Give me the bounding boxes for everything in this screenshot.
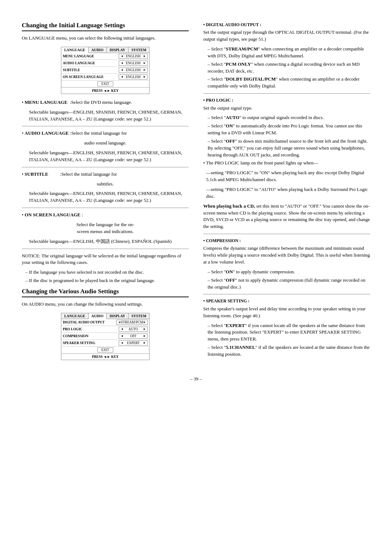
lang-footer: PRESS ◄► KEY: [61, 87, 149, 94]
audio-row-prologic: PRO LOGIC ◄ AUTO ►: [61, 326, 149, 333]
lang-row-subtitle: SUBTITLE ◄ ENGLISH ►: [61, 67, 149, 74]
section-speaker-setting: SPEAKER SETTING : Set the speaker's outp…: [203, 298, 370, 358]
audio-menu-table: LANGUAGE AUDIO DISPLAY SYSTEM DIGITAL AU…: [61, 313, 150, 360]
divider2: [22, 167, 189, 167]
section1-intro: On LANGUAGE menu, you can select the fol…: [22, 35, 189, 42]
divider4: [22, 249, 189, 249]
section-compression: COMPRESSION : Compress the dynamic range…: [203, 238, 370, 290]
tab-display: DISPLAY: [107, 47, 128, 53]
divider3: [22, 208, 189, 208]
lang-exit-row: EXIT: [61, 81, 149, 87]
audio-row-compression: COMPRESSION ◄ OFF ►: [61, 333, 149, 340]
compression-heading: COMPRESSION :: [203, 238, 370, 244]
bullet-audio-language: • AUDIO LANGUAGE :Select the initial lan…: [22, 130, 189, 163]
lang-row-audio: AUDIO LANGUAGE ◄ ENGLISH ►: [61, 60, 149, 67]
audio-menu-tabs: LANGUAGE AUDIO DISPLAY SYSTEM: [61, 313, 149, 319]
bullet-subtitle: • SUBTITLE :Select the initial language …: [22, 171, 189, 204]
audio-tab-audio: AUDIO: [89, 313, 107, 319]
audio-tab-system: SYSTEM: [128, 313, 149, 319]
audio-exit-button: EXIT: [97, 347, 113, 352]
section2-intro: On AUDIO menu, you can change the follow…: [22, 301, 189, 308]
left-column: Changing the Initial Language Settings O…: [22, 22, 189, 365]
audio-row-digital: DIGITAL AUDIO OUTPUT ◄ STREAM/PCM ►: [61, 319, 149, 326]
section-pro-logic: PRO LOGIC : Set the output signal type. …: [203, 97, 370, 230]
audio-menu-wrapper: LANGUAGE AUDIO DISPLAY SYSTEM DIGITAL AU…: [22, 313, 189, 360]
exit-button: EXIT: [97, 81, 113, 86]
section1-title: Changing the Initial Language Settings: [22, 22, 189, 31]
bullet-onscreen-language: • ON SCREEN LANGUAGE : Select the langua…: [22, 212, 189, 245]
notice-section: NOTICE: The original language will be se…: [22, 253, 189, 284]
right-divider2: [203, 234, 370, 234]
speaker-setting-heading: SPEAKER SETTING :: [203, 298, 370, 304]
lang-row-onscreen: ON SCREEN LANGUAGE ◄ ENGLISH ►: [61, 74, 149, 81]
section-digital-audio: DIGITAL AUDIO OUTPUT : Set the output si…: [203, 22, 370, 90]
audio-tab-language: LANGUAGE: [61, 313, 89, 319]
right-column: DIGITAL AUDIO OUTPUT : Set the output si…: [203, 22, 370, 365]
right-divider3: [203, 294, 370, 294]
tab-audio: AUDIO: [89, 47, 107, 53]
audio-row-speaker: SPEAKER SETTING ◄ EXPERT ►: [61, 340, 149, 347]
tab-system: SYSTEM: [128, 47, 149, 53]
right-divider1: [203, 93, 370, 94]
section2-title: Changing the Various Audio Settings: [22, 288, 189, 297]
audio-tab-display: DISPLAY: [107, 313, 128, 319]
tab-language: LANGUAGE: [61, 47, 89, 53]
language-menu-tabs: LANGUAGE AUDIO DISPLAY SYSTEM: [61, 47, 149, 53]
audio-exit-row: EXIT: [61, 347, 149, 354]
language-menu-wrapper: LANGUAGE AUDIO DISPLAY SYSTEM MENU LANGU…: [22, 47, 189, 94]
language-menu-table: LANGUAGE AUDIO DISPLAY SYSTEM MENU LANGU…: [61, 47, 150, 94]
lang-row-menu: MENU LANGUAGE ◄ ENGLISH ►: [61, 53, 149, 60]
bullet-menu-language: • MENU LANGUAGE :Select the DVD menu lan…: [22, 99, 189, 123]
arrow-right: ►: [143, 54, 146, 58]
digital-audio-heading: DIGITAL AUDIO OUTPUT :: [203, 22, 370, 28]
divider1: [22, 126, 189, 126]
audio-footer: PRESS ◄► KEY: [61, 354, 149, 360]
arrow-left: ◄: [121, 54, 123, 58]
page-number: – 39 –: [22, 376, 370, 382]
pro-logic-heading: PRO LOGIC :: [203, 97, 370, 103]
